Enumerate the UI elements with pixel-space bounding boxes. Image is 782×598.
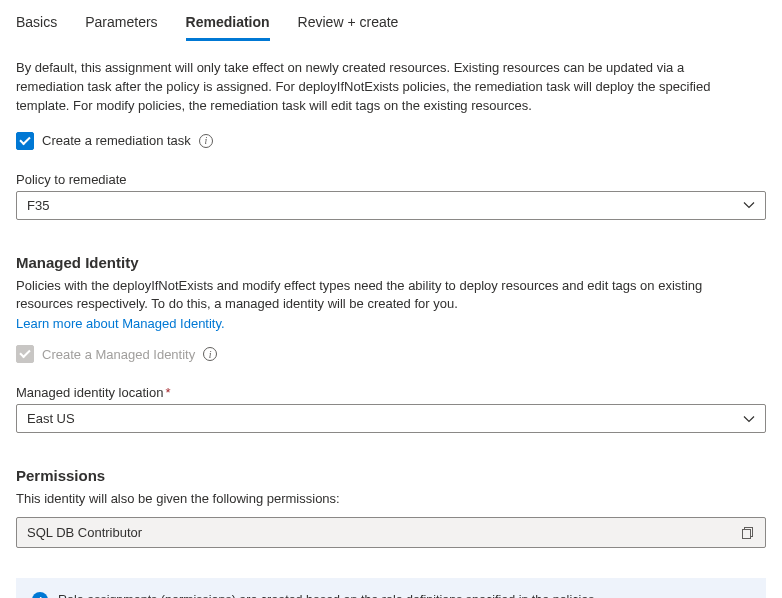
tab-bar: Basics Parameters Remediation Review + c… xyxy=(16,0,766,41)
chevron-down-icon xyxy=(743,199,755,211)
info-icon[interactable]: i xyxy=(203,347,217,361)
copy-icon[interactable] xyxy=(741,526,755,540)
create-managed-identity-row: Create a Managed Identity i xyxy=(16,345,766,363)
permissions-desc: This identity will also be given the fol… xyxy=(16,490,736,509)
create-remediation-row: Create a remediation task i xyxy=(16,132,766,150)
permissions-title: Permissions xyxy=(16,467,766,484)
required-indicator: * xyxy=(165,385,170,400)
managed-identity-desc: Policies with the deployIfNotExists and … xyxy=(16,277,736,315)
tab-parameters[interactable]: Parameters xyxy=(85,8,157,40)
create-remediation-label: Create a remediation task xyxy=(42,133,191,148)
policy-to-remediate-value: F35 xyxy=(27,198,49,213)
managed-identity-location-value: East US xyxy=(27,411,75,426)
info-circle-icon: i xyxy=(32,592,48,598)
tab-review-create[interactable]: Review + create xyxy=(298,8,399,40)
managed-identity-link[interactable]: Learn more about Managed Identity. xyxy=(16,316,766,331)
policy-to-remediate-label: Policy to remediate xyxy=(16,172,766,187)
tab-remediation[interactable]: Remediation xyxy=(186,8,270,40)
info-banner-text: Role assignments (permissions) are creat… xyxy=(58,593,598,598)
managed-identity-location-label: Managed identity location* xyxy=(16,385,766,400)
create-managed-identity-checkbox xyxy=(16,345,34,363)
info-banner: i Role assignments (permissions) are cre… xyxy=(16,578,766,598)
svg-rect-1 xyxy=(743,529,751,538)
managed-identity-title: Managed Identity xyxy=(16,254,766,271)
create-managed-identity-label: Create a Managed Identity xyxy=(42,347,195,362)
info-icon[interactable]: i xyxy=(199,134,213,148)
tab-basics[interactable]: Basics xyxy=(16,8,57,40)
intro-text: By default, this assignment will only ta… xyxy=(16,59,736,116)
policy-to-remediate-select[interactable]: F35 xyxy=(16,191,766,220)
permissions-value: SQL DB Contributor xyxy=(27,525,142,540)
chevron-down-icon xyxy=(743,413,755,425)
managed-identity-location-select[interactable]: East US xyxy=(16,404,766,433)
create-remediation-checkbox[interactable] xyxy=(16,132,34,150)
permissions-value-box: SQL DB Contributor xyxy=(16,517,766,548)
